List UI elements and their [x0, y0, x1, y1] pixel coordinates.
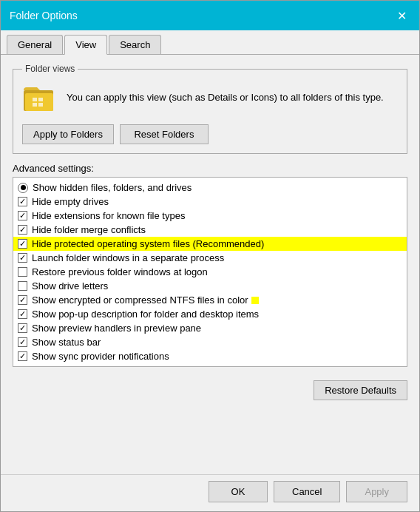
list-item[interactable]: Hide extensions for known file types [13, 209, 407, 223]
folder-views-legend: Folder views [22, 64, 78, 74]
advanced-settings-label: Advanced settings: [13, 163, 407, 174]
close-button[interactable]: ✕ [393, 7, 410, 24]
checkbox-input[interactable] [18, 281, 27, 291]
dialog-title: Folder Options [10, 10, 78, 21]
folder-options-dialog: Folder Options ✕ General View Search Fol… [0, 0, 420, 512]
item-text: Hide folder merge conflicts [32, 224, 146, 235]
item-text: Show preview handlers in preview pane [32, 323, 201, 334]
list-item[interactable]: Show drive letters [13, 279, 407, 293]
item-text: Hide extensions for known file types [32, 210, 185, 221]
folder-views-buttons: Apply to Folders Reset Folders [22, 124, 398, 144]
title-bar: Folder Options ✕ [1, 1, 419, 30]
dialog-buttons: OK Cancel Apply [1, 474, 419, 511]
list-item[interactable]: Show encrypted or compressed NTFS files … [13, 293, 407, 307]
apply-button[interactable]: Apply [346, 481, 407, 502]
list-item[interactable]: Hide protected operating system files (R… [13, 237, 407, 251]
list-item[interactable]: Show preview handlers in preview pane [13, 321, 407, 335]
item-text: Hide empty drives [32, 196, 109, 207]
yellow-dot-icon [251, 297, 259, 304]
list-item[interactable]: Show hidden files, folders, and drives [13, 181, 407, 195]
advanced-settings-section: Advanced settings: Show hidden files, fo… [13, 163, 407, 367]
checkbox-input[interactable] [18, 337, 27, 347]
list-item[interactable]: Show pop-up description for folder and d… [13, 307, 407, 321]
item-text: Restore previous folder windows at logon [32, 266, 208, 277]
folder-views-inner: You can apply this view (such as Details… [22, 80, 398, 115]
checkbox-input[interactable] [18, 351, 27, 361]
list-item[interactable]: Launch folder windows in a separate proc… [13, 251, 407, 265]
item-text: Show status bar [32, 337, 101, 348]
tab-search[interactable]: Search [109, 35, 161, 54]
svg-rect-4 [33, 103, 37, 107]
restore-defaults-row: Restore Defaults [13, 380, 407, 400]
folder-views-group: Folder views [13, 64, 407, 154]
item-text: Hide protected operating system files (R… [32, 238, 264, 249]
item-text: Show hidden files, folders, and drives [33, 182, 192, 193]
checkbox-input[interactable] [18, 267, 27, 277]
checkbox-input[interactable] [18, 323, 27, 333]
tab-view[interactable]: View [64, 35, 107, 55]
settings-list-container: Show hidden files, folders, and drivesHi… [13, 177, 407, 367]
tab-general[interactable]: General [7, 35, 63, 54]
item-text: Show pop-up description for folder and d… [32, 309, 259, 320]
apply-to-folders-button[interactable]: Apply to Folders [22, 124, 114, 144]
cancel-button[interactable]: Cancel [274, 481, 340, 502]
list-item[interactable]: Restore previous folder windows at logon [13, 265, 407, 279]
folder-views-description: You can apply this view (such as Details… [67, 90, 384, 105]
ok-button[interactable]: OK [209, 481, 268, 502]
reset-folders-button[interactable]: Reset Folders [120, 124, 209, 144]
checkbox-input[interactable] [18, 239, 27, 249]
checkbox-input[interactable] [18, 295, 27, 305]
restore-defaults-button[interactable]: Restore Defaults [314, 380, 407, 400]
tab-bar: General View Search [1, 30, 419, 55]
svg-rect-3 [38, 98, 43, 101]
checkbox-input[interactable] [18, 197, 27, 206]
folder-icon [22, 80, 58, 115]
svg-rect-2 [33, 98, 37, 101]
checkbox-input[interactable] [18, 211, 27, 220]
item-text: Show encrypted or compressed NTFS files … [32, 294, 248, 306]
main-content: Folder views [1, 55, 419, 471]
svg-rect-5 [38, 103, 43, 107]
checkbox-input[interactable] [18, 225, 27, 235]
settings-list[interactable]: Show hidden files, folders, and drivesHi… [13, 178, 407, 366]
list-item[interactable]: Hide empty drives [13, 195, 407, 209]
list-item[interactable]: Show status bar [13, 335, 407, 349]
checkbox-input[interactable] [18, 253, 27, 263]
checkbox-input[interactable] [18, 309, 27, 319]
item-text: Show sync provider notifications [32, 351, 169, 362]
svg-rect-1 [25, 93, 53, 111]
list-item[interactable]: Hide folder merge conflicts [13, 223, 407, 237]
item-text: Show drive letters [32, 280, 108, 292]
radio-input[interactable] [18, 183, 28, 193]
item-text: Launch folder windows in a separate proc… [32, 252, 224, 263]
list-item[interactable]: Show sync provider notifications [13, 349, 407, 363]
